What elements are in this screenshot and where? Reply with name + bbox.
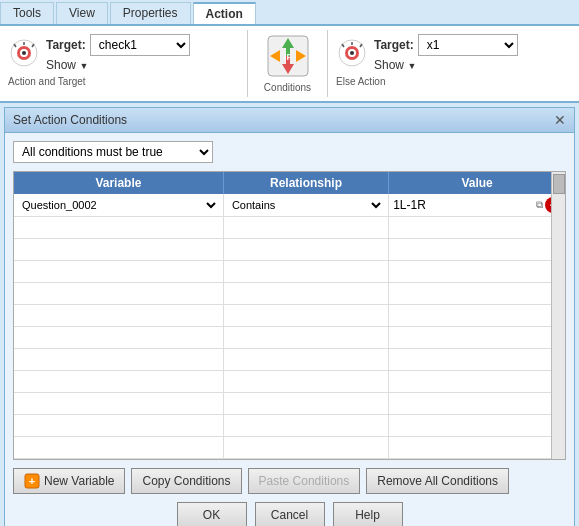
tab-view[interactable]: View [56,2,108,24]
table-row [14,327,565,349]
scroll-thumb[interactable] [553,174,565,194]
eye-icon [8,37,40,69]
dialog-titlebar: Set Action Conditions ✕ [5,108,574,133]
value-cell [389,415,565,437]
action-show-chevron: ▼ [79,61,88,71]
paste-conditions-button[interactable]: Paste Conditions [248,468,361,494]
value-cell-row: 1L-1R ⧉ − [393,197,561,213]
relationship-cell [223,327,388,349]
paste-conditions-label: Paste Conditions [259,474,350,488]
variable-cell [14,371,223,393]
relationship-cell [223,415,388,437]
toolbar-else-section: Target: x1 Show ▼ Else Action [328,30,575,97]
svg-text:IF: IF [284,52,293,62]
relationship-cell [223,261,388,283]
ok-cancel-row: OK Cancel Help [13,502,566,526]
cancel-button[interactable]: Cancel [255,502,325,526]
variable-cell [14,261,223,283]
svg-point-18 [350,51,354,55]
action-show-label: Show ▼ [46,58,190,72]
table-row [14,239,565,261]
tab-properties[interactable]: Properties [110,2,191,24]
variable-cell [14,239,223,261]
tab-tools[interactable]: Tools [0,2,54,24]
relationship-cell [223,371,388,393]
value-cell [389,349,565,371]
dialog-body: All conditions must be true Any conditio… [5,133,574,526]
remove-all-button[interactable]: Remove All Conditions [366,468,509,494]
action-target-label-group: Target: check1 Show ▼ [46,34,190,72]
value-cell [389,437,565,459]
table-row: Question_0002 Contains 1L-1R ⧉ [14,194,565,217]
value-cell [389,371,565,393]
ok-label: OK [203,508,220,522]
new-variable-button[interactable]: + New Variable [13,468,125,494]
variable-cell [14,305,223,327]
condition-type-select[interactable]: All conditions must be true Any conditio… [13,141,213,163]
col-variable: Variable [14,172,223,194]
variable-cell [14,415,223,437]
remove-all-label: Remove All Conditions [377,474,498,488]
table-row [14,393,565,415]
toolbar: Target: check1 Show ▼ Action and Target [0,26,579,103]
value-cell[interactable]: 1L-1R ⧉ − [389,194,565,217]
help-button[interactable]: Help [333,502,403,526]
value-cell [389,217,565,239]
tab-action[interactable]: Action [193,2,256,24]
conditions-table-wrapper: Variable Relationship Value Question_000… [13,171,566,460]
value-text: 1L-1R [393,198,534,212]
else-target-select[interactable]: x1 [418,34,518,56]
else-row: Target: x1 Show ▼ [336,34,518,72]
copy-conditions-button[interactable]: Copy Conditions [131,468,241,494]
toolbar-action-target-section: Target: check1 Show ▼ Action and Target [4,30,248,97]
cancel-label: Cancel [271,508,308,522]
scrollbar[interactable] [551,172,565,459]
svg-point-3 [22,51,26,55]
ok-button[interactable]: OK [177,502,247,526]
value-cell [389,393,565,415]
action-target-section-label: Action and Target [8,76,86,87]
action-target-row: Target: check1 Show ▼ [8,34,190,72]
else-show-label: Show ▼ [374,58,518,72]
relationship-cell [223,283,388,305]
condition-type-row: All conditions must be true Any conditio… [13,141,566,163]
conditions-table: Variable Relationship Value Question_000… [14,172,565,459]
value-cell [389,239,565,261]
relationship-cell [223,305,388,327]
else-show-chevron: ▼ [407,61,416,71]
new-variable-label: New Variable [44,474,114,488]
variable-cell [14,349,223,371]
variable-cell [14,217,223,239]
relationship-cell[interactable]: Contains [223,194,388,217]
table-row [14,217,565,239]
variable-cell [14,283,223,305]
table-row [14,283,565,305]
variable-cell [14,393,223,415]
copy-icon[interactable]: ⧉ [536,199,543,211]
if-icon[interactable]: IF [266,34,310,78]
variable-cell[interactable]: Question_0002 [14,194,223,217]
new-var-icon: + [24,473,40,489]
relationship-select[interactable]: Contains [228,198,384,212]
toolbar-conditions-section: IF Conditions [248,30,328,97]
table-row [14,437,565,459]
else-target-label: Target: [374,38,414,52]
variable-cell [14,437,223,459]
dialog-close-icon[interactable]: ✕ [554,112,566,128]
else-eye-icon [336,37,368,69]
value-cell [389,305,565,327]
else-target-label-group: Target: x1 Show ▼ [374,34,518,72]
table-row [14,305,565,327]
table-row [14,415,565,437]
action-target-select[interactable]: check1 [90,34,190,56]
relationship-cell [223,349,388,371]
relationship-cell [223,239,388,261]
conditions-section-label: Conditions [264,82,311,93]
value-cell [389,283,565,305]
table-row [14,371,565,393]
table-row [14,349,565,371]
variable-select[interactable]: Question_0002 [18,198,219,212]
conditions-table-body: Question_0002 Contains 1L-1R ⧉ [14,194,565,459]
value-cell [389,261,565,283]
relationship-cell [223,437,388,459]
